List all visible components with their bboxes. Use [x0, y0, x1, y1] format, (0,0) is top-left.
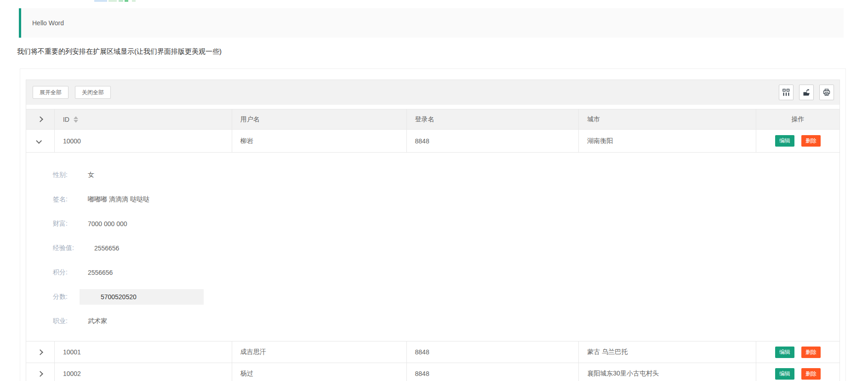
delete-button[interactable]: 删除: [801, 368, 821, 380]
cell-city: 襄阳城东30里小古屯村头: [579, 363, 756, 381]
detail-field: 分数: 5700520520: [53, 284, 839, 309]
detail-field: 积分: 2556656: [53, 260, 839, 284]
chevron-down-icon: [36, 138, 42, 144]
header-city: 城市: [579, 109, 756, 129]
quote-text: Hello Word: [32, 19, 64, 27]
cell-login: 8848: [407, 363, 579, 381]
top-cutoff-fragment: [108, 0, 117, 2]
cell-username: 成吉思汗: [232, 341, 407, 363]
detail-field: 经验值: 2556656: [53, 236, 839, 260]
detail-value: 嘟嘟嘟 滴滴滴 哒哒哒: [88, 195, 149, 204]
delete-button[interactable]: 删除: [801, 347, 821, 358]
table-container: 展开全部 关闭全部: [26, 80, 840, 381]
sort-desc-icon[interactable]: [74, 120, 78, 123]
toolbar-default-icons: [773, 85, 834, 100]
detail-field: 财富: 7000 000 000: [53, 211, 839, 236]
detail-value: 2556656: [94, 245, 120, 252]
header-username: 用户名: [232, 109, 407, 129]
columns-filter-icon[interactable]: [779, 85, 794, 100]
cell-id: 10001: [55, 341, 232, 363]
cell-login: 8848: [407, 130, 579, 152]
page: Hello Word 我们将不重要的列安排在扩展区域显示(让我们界面排版更美观一…: [0, 0, 868, 381]
detail-label: 性别:: [53, 171, 68, 179]
cell-operations: 编辑 删除: [756, 363, 839, 381]
sort-icon[interactable]: [74, 116, 78, 123]
row-expand-toggle[interactable]: [26, 341, 55, 363]
cell-login: 8848: [407, 341, 579, 363]
cell-id: 10000: [55, 130, 232, 152]
header-id-label: ID: [63, 116, 69, 123]
print-icon[interactable]: [819, 85, 834, 100]
detail-label: 经验值:: [53, 244, 74, 252]
edit-button[interactable]: 编辑: [775, 347, 794, 358]
top-cutoff-fragment: [119, 0, 123, 2]
table-row: 10000 柳岩 8848 湖南衡阳 编辑 删除: [26, 130, 839, 153]
detail-label: 分数:: [53, 293, 68, 301]
header-id: ID: [55, 109, 232, 129]
detail-value: 女: [88, 171, 94, 179]
top-cutoff-fragment: [94, 0, 107, 2]
table-row: 10002 杨过 8848 襄阳城东30里小古屯村头 编辑 删除: [26, 363, 839, 381]
table-row: 10001 成吉思汗 8848 蒙古 乌兰巴托 编辑 删除: [26, 341, 839, 363]
top-cutoff-fragment: [125, 0, 128, 2]
detail-label: 财富:: [53, 220, 68, 228]
detail-field: 签名: 嘟嘟嘟 滴滴滴 哒哒哒: [53, 187, 839, 211]
detail-label: 签名:: [53, 195, 68, 204]
detail-value: 2556656: [88, 269, 113, 276]
table-header-row: ID 用户名 登录名 城市 操作: [26, 109, 839, 130]
header-expand-all-toggle[interactable]: [26, 109, 55, 129]
header-operations: 操作: [756, 109, 839, 129]
expand-all-button[interactable]: 展开全部: [33, 86, 69, 99]
detail-label: 积分:: [53, 268, 68, 277]
chevron-right-icon: [37, 116, 43, 122]
row-expanded-detail: 性别: 女 签名: 嘟嘟嘟 滴滴滴 哒哒哒 财富: 7000 000 000 经…: [26, 153, 839, 341]
cell-operations: 编辑 删除: [756, 341, 839, 363]
delete-button[interactable]: 删除: [801, 135, 821, 147]
cell-username: 杨过: [232, 363, 407, 381]
detail-label: 职业:: [53, 317, 68, 325]
detail-field: 性别: 女: [53, 163, 839, 187]
cell-id: 10002: [55, 363, 232, 381]
edit-button[interactable]: 编辑: [775, 368, 794, 380]
cell-operations: 编辑 删除: [756, 130, 839, 152]
cell-city: 蒙古 乌兰巴托: [579, 341, 756, 363]
export-icon[interactable]: [799, 85, 814, 100]
edit-button[interactable]: 编辑: [775, 135, 794, 147]
top-cutoff-fragment: [132, 0, 136, 2]
quote-block: Hello Word: [19, 8, 844, 38]
row-collapse-toggle[interactable]: [26, 130, 55, 152]
chevron-right-icon: [37, 349, 43, 355]
detail-field: 职业: 武术家: [53, 309, 839, 333]
score-readonly-field[interactable]: 5700520520: [80, 289, 204, 305]
toolbar-gap: [26, 105, 839, 109]
detail-value: 7000 000 000: [88, 220, 127, 227]
cell-username: 柳岩: [232, 130, 407, 152]
table-card: 展开全部 关闭全部: [20, 68, 846, 381]
table-toolbar: 展开全部 关闭全部: [26, 80, 839, 105]
detail-value: 武术家: [88, 317, 107, 325]
chevron-right-icon: [37, 371, 43, 377]
collapse-all-button[interactable]: 关闭全部: [75, 86, 111, 99]
cell-city: 湖南衡阳: [579, 130, 756, 152]
row-expand-toggle[interactable]: [26, 363, 55, 381]
sort-asc-icon[interactable]: [74, 116, 78, 119]
page-description: 我们将不重要的列安排在扩展区域显示(让我们界面排版更美观一些): [17, 47, 222, 56]
header-login: 登录名: [407, 109, 579, 129]
